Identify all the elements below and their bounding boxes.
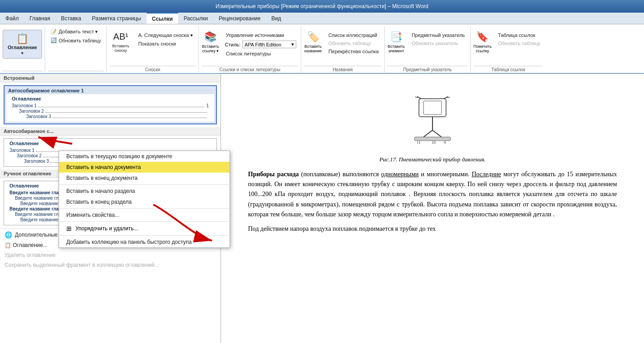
next-footnote-btn[interactable]: Aᵢ Следующая сноска ▾ — [135, 32, 195, 39]
toc-button[interactable]: 📋 Оглавление▾ — [3, 30, 42, 59]
menu-insert[interactable]: Вставка — [55, 13, 87, 24]
update-table-btn[interactable]: 🔄 Обновить таблицу — [48, 37, 104, 44]
menu-file[interactable]: Файл — [0, 13, 24, 24]
bold-text-1: Приборы расхода — [248, 171, 299, 178]
toc-auto1[interactable]: Автособираемое оглавление 1 Оглавление З… — [4, 85, 217, 124]
menu-view[interactable]: Вид — [266, 13, 287, 24]
ctx-insert-section-end[interactable]: Вставить в конец раздела — [59, 197, 230, 207]
insert-caption-btn[interactable]: 🏷️ — [304, 30, 322, 44]
document-area: Встроенный Автособираемое оглавление 1 О… — [0, 74, 644, 343]
menu-review[interactable]: Рецензирование — [213, 13, 266, 24]
style-dropdown[interactable]: APA Fifth Edition ▾ — [242, 41, 296, 48]
underline-text-2: Последние — [472, 171, 501, 178]
menu-home[interactable]: Главная — [24, 13, 56, 24]
ribbon: 📋 Оглавление▾ 📝 Добавить текст ▾ 🔄 Обнов… — [0, 24, 644, 74]
mark-citation-btn[interactable]: 🔖 — [474, 30, 492, 44]
svg-text:10: 10 — [432, 140, 436, 145]
menu-bar: Файл Главная Вставка Разметка страницы С… — [0, 13, 644, 24]
svg-rect-1 — [423, 101, 442, 114]
toc-section-auto2: Автособираемое с... — [0, 127, 221, 136]
list-illustrations-btn[interactable]: Список иллюстраций — [326, 32, 382, 39]
title-text: Измерительные приборы [Режим ограниченно… — [216, 3, 428, 9]
grid-icon: ⊞ — [66, 225, 72, 232]
svg-line-4 — [432, 130, 442, 137]
update-index-btn[interactable]: Обновить указатель — [409, 40, 468, 47]
document-content: 11 10 9 Рис.17. Пневматический прибор да… — [221, 74, 644, 343]
figure-svg: 11 10 9 — [392, 96, 473, 151]
toc-label: Оглавление▾ — [8, 45, 37, 55]
toc-save-to-gallery: Сохранить выделенный фрагмент в коллекци… — [0, 260, 221, 270]
insert-index-btn[interactable]: 📑 — [387, 30, 405, 44]
update-table-auth-btn[interactable]: Обновить таблицу — [495, 40, 543, 47]
menu-mailings[interactable]: Рассылки — [178, 13, 213, 24]
add-text-btn[interactable]: 📝 Добавить текст ▾ — [48, 28, 104, 36]
svg-text:9: 9 — [444, 140, 446, 145]
insert-footnote-btn[interactable]: AB¹ — [110, 30, 132, 44]
menu-references[interactable]: Ссылки — [147, 13, 178, 24]
bibliography-btn[interactable]: Список литературы — [223, 50, 298, 57]
svg-text:11: 11 — [417, 140, 421, 145]
index-btn[interactable]: Предметный указатель — [409, 32, 468, 39]
ctx-insert-current[interactable]: Вставить в текущую позицию в документе — [59, 151, 230, 162]
figure-caption: Рис.17. Пневматический прибор давления. — [248, 155, 617, 164]
ctx-insert-section-start[interactable]: Вставить в начало раздела — [59, 186, 230, 197]
ctx-insert-beginning[interactable]: Вставить в начало документа — [59, 162, 230, 173]
show-footnotes-btn[interactable]: Показать сноски — [135, 40, 195, 47]
ctx-change-props[interactable]: Изменить свойства... — [59, 210, 230, 220]
cross-reference-btn[interactable]: Перекрёстная ссылка — [326, 48, 382, 55]
svg-line-3 — [423, 130, 432, 137]
earth-icon: 🌐 — [5, 231, 12, 238]
ctx-organize-delete[interactable]: ⊞ Упорядочить и удалить... — [59, 223, 230, 234]
underline-text-1: одномерными — [381, 171, 419, 178]
context-menu: Вставить в текущую позицию в документе В… — [59, 151, 230, 248]
table-authorities-btn[interactable]: Таблица ссылок — [495, 32, 543, 39]
ctx-add-to-quickbar[interactable]: Добавить коллекцию на панель быстрого до… — [59, 237, 230, 247]
toc-remove[interactable]: Удалить оглавление — [0, 250, 221, 260]
document-figure: 11 10 9 — [248, 96, 617, 153]
paragraph-1: Приборы расхода (поплавковые) выполняютс… — [248, 169, 617, 220]
update-table-caption-btn[interactable]: Обновить таблицу — [326, 40, 382, 47]
paragraph-2: Под действием напора воздуха поплавок по… — [248, 224, 617, 234]
update-table-icon: 🔄 — [51, 37, 57, 43]
ctx-insert-end[interactable]: Вставить в конец документа — [59, 173, 230, 183]
manage-sources-btn[interactable]: Управление источниками — [223, 32, 298, 39]
insert-citation-btn[interactable]: 📚 — [202, 30, 220, 44]
title-bar: Измерительные приборы [Режим ограниченно… — [0, 0, 644, 13]
add-text-icon: 📝 — [51, 29, 57, 35]
menu-page-layout[interactable]: Разметка страницы — [87, 13, 147, 24]
toc-icon: 📋 — [16, 33, 28, 45]
insert-footnote-icon: AB¹ — [113, 32, 128, 42]
svg-rect-0 — [419, 99, 446, 117]
toc-section-builtin: Встроенный — [0, 74, 221, 82]
